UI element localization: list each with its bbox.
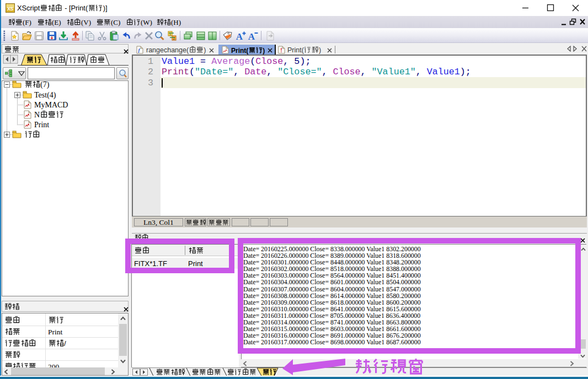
svg-text:!: ! [280,47,282,53]
svg-text:A: A [236,31,243,41]
svg-text:A: A [248,31,255,41]
svg-text:XS: XS [7,6,13,12]
svg-text:1: 1 [169,32,172,36]
svg-text:2: 2 [173,36,175,40]
